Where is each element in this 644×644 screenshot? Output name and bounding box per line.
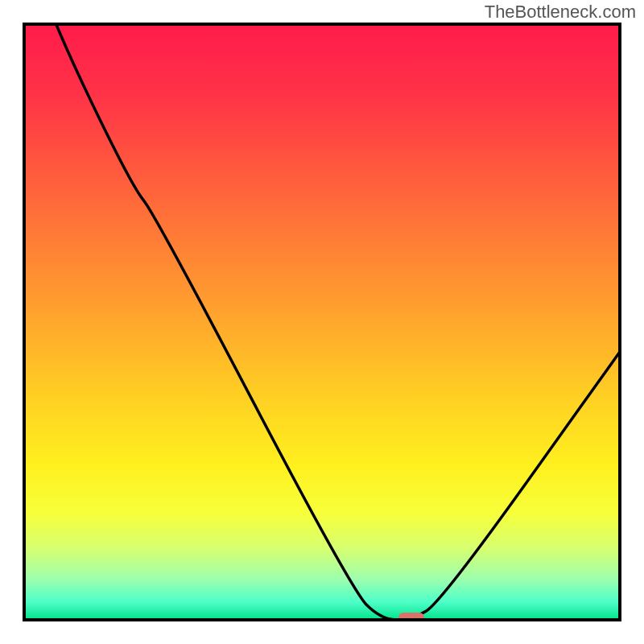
chart-container: TheBottleneck.com	[0, 0, 644, 644]
watermark-text: TheBottleneck.com	[485, 2, 636, 23]
bottleneck-chart	[0, 0, 644, 644]
